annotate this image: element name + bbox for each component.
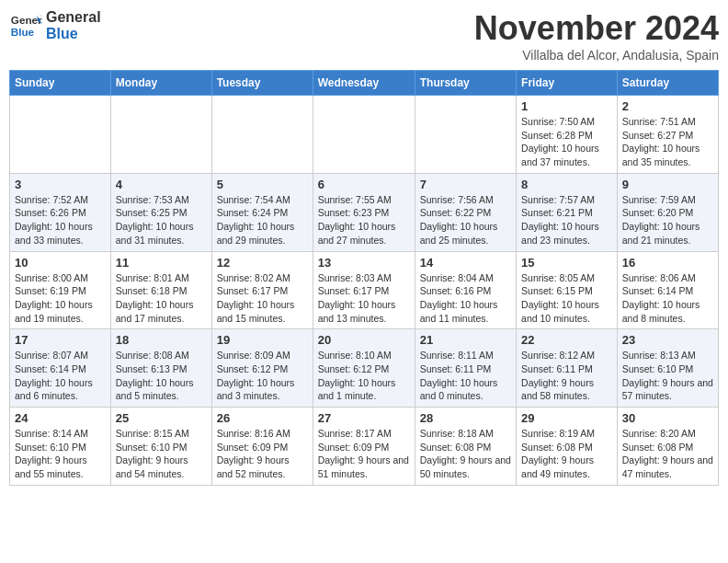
- calendar-cell: 1Sunrise: 7:50 AM Sunset: 6:28 PM Daylig…: [517, 96, 618, 174]
- logo-icon: General Blue: [9, 9, 42, 42]
- calendar-header-row: SundayMondayTuesdayWednesdayThursdayFrid…: [10, 71, 719, 96]
- calendar-cell: 24Sunrise: 8:14 AM Sunset: 6:10 PM Dayli…: [10, 408, 111, 486]
- calendar-cell: 26Sunrise: 8:16 AM Sunset: 6:09 PM Dayli…: [211, 408, 313, 486]
- calendar-cell: 29Sunrise: 8:19 AM Sunset: 6:08 PM Dayli…: [517, 408, 618, 486]
- day-number: 10: [15, 256, 106, 270]
- day-info: Sunrise: 8:20 AM Sunset: 6:08 PM Dayligh…: [622, 427, 713, 481]
- day-info: Sunrise: 8:05 AM Sunset: 6:15 PM Dayligh…: [521, 271, 612, 326]
- day-number: 27: [318, 411, 410, 425]
- header-tuesday: Tuesday: [211, 71, 313, 96]
- day-info: Sunrise: 8:12 AM Sunset: 6:11 PM Dayligh…: [521, 349, 612, 403]
- day-info: Sunrise: 8:00 AM Sunset: 6:19 PM Dayligh…: [15, 271, 106, 326]
- page-header: General Blue General Blue November 2024 …: [9, 9, 719, 63]
- day-number: 2: [622, 99, 713, 113]
- calendar-cell: 7Sunrise: 7:56 AM Sunset: 6:22 PM Daylig…: [415, 173, 516, 251]
- day-number: 25: [116, 411, 207, 425]
- day-info: Sunrise: 7:50 AM Sunset: 6:28 PM Dayligh…: [521, 115, 612, 169]
- day-number: 8: [521, 178, 612, 191]
- day-number: 20: [318, 333, 410, 347]
- day-info: Sunrise: 8:01 AM Sunset: 6:18 PM Dayligh…: [116, 271, 207, 326]
- calendar-cell: 4Sunrise: 7:53 AM Sunset: 6:25 PM Daylig…: [110, 173, 211, 251]
- calendar-cell: 23Sunrise: 8:13 AM Sunset: 6:10 PM Dayli…: [617, 329, 718, 408]
- day-info: Sunrise: 8:03 AM Sunset: 6:17 PM Dayligh…: [318, 271, 410, 326]
- day-info: Sunrise: 8:14 AM Sunset: 6:10 PM Dayligh…: [15, 427, 106, 481]
- day-number: 22: [521, 333, 612, 347]
- day-number: 13: [318, 256, 410, 270]
- calendar-cell: 25Sunrise: 8:15 AM Sunset: 6:10 PM Dayli…: [110, 408, 211, 486]
- day-info: Sunrise: 7:55 AM Sunset: 6:23 PM Dayligh…: [318, 193, 410, 247]
- day-number: 7: [420, 178, 511, 191]
- header-thursday: Thursday: [415, 71, 516, 96]
- day-info: Sunrise: 8:06 AM Sunset: 6:14 PM Dayligh…: [622, 271, 713, 326]
- day-number: 29: [521, 411, 612, 425]
- day-number: 15: [521, 256, 612, 270]
- calendar-cell: 12Sunrise: 8:02 AM Sunset: 6:17 PM Dayli…: [211, 251, 313, 329]
- day-info: Sunrise: 7:52 AM Sunset: 6:26 PM Dayligh…: [15, 193, 106, 247]
- header-monday: Monday: [110, 71, 211, 96]
- day-number: 6: [318, 178, 410, 191]
- day-number: 24: [15, 411, 106, 425]
- logo-general: General: [46, 9, 101, 26]
- day-number: 26: [217, 411, 308, 425]
- calendar-cell: 16Sunrise: 8:06 AM Sunset: 6:14 PM Dayli…: [617, 251, 718, 329]
- day-number: 5: [217, 178, 308, 191]
- day-info: Sunrise: 7:51 AM Sunset: 6:27 PM Dayligh…: [622, 115, 713, 169]
- day-info: Sunrise: 8:02 AM Sunset: 6:17 PM Dayligh…: [217, 271, 308, 326]
- calendar-cell: [10, 96, 111, 174]
- calendar-cell: 17Sunrise: 8:07 AM Sunset: 6:14 PM Dayli…: [10, 329, 111, 408]
- week-row-1: 1Sunrise: 7:50 AM Sunset: 6:28 PM Daylig…: [10, 96, 719, 174]
- week-row-5: 24Sunrise: 8:14 AM Sunset: 6:10 PM Dayli…: [10, 408, 719, 486]
- day-info: Sunrise: 8:10 AM Sunset: 6:12 PM Dayligh…: [318, 349, 410, 403]
- calendar-cell: 28Sunrise: 8:18 AM Sunset: 6:08 PM Dayli…: [415, 408, 516, 486]
- calendar-cell: 20Sunrise: 8:10 AM Sunset: 6:12 PM Dayli…: [313, 329, 415, 408]
- calendar-table: SundayMondayTuesdayWednesdayThursdayFrid…: [9, 70, 719, 486]
- day-info: Sunrise: 7:56 AM Sunset: 6:22 PM Dayligh…: [420, 193, 511, 247]
- day-number: 14: [420, 256, 511, 270]
- header-saturday: Saturday: [617, 71, 718, 96]
- header-friday: Friday: [517, 71, 618, 96]
- calendar-cell: 11Sunrise: 8:01 AM Sunset: 6:18 PM Dayli…: [110, 251, 211, 329]
- calendar-cell: 8Sunrise: 7:57 AM Sunset: 6:21 PM Daylig…: [517, 173, 618, 251]
- day-number: 11: [116, 256, 207, 270]
- calendar-cell: 2Sunrise: 7:51 AM Sunset: 6:27 PM Daylig…: [617, 96, 718, 174]
- day-number: 4: [116, 178, 207, 191]
- title-block: November 2024 Villalba del Alcor, Andalu…: [474, 9, 719, 63]
- week-row-3: 10Sunrise: 8:00 AM Sunset: 6:19 PM Dayli…: [10, 251, 719, 329]
- day-info: Sunrise: 7:59 AM Sunset: 6:20 PM Dayligh…: [622, 193, 713, 247]
- calendar-cell: 9Sunrise: 7:59 AM Sunset: 6:20 PM Daylig…: [617, 173, 718, 251]
- day-info: Sunrise: 8:11 AM Sunset: 6:11 PM Dayligh…: [420, 349, 511, 403]
- calendar-cell: [110, 96, 211, 174]
- day-info: Sunrise: 8:13 AM Sunset: 6:10 PM Dayligh…: [622, 349, 713, 403]
- day-number: 12: [217, 256, 308, 270]
- day-info: Sunrise: 8:04 AM Sunset: 6:16 PM Dayligh…: [420, 271, 511, 326]
- calendar-cell: [415, 96, 516, 174]
- calendar-cell: [211, 96, 313, 174]
- day-number: 21: [420, 333, 511, 347]
- day-info: Sunrise: 8:16 AM Sunset: 6:09 PM Dayligh…: [217, 427, 308, 481]
- week-row-4: 17Sunrise: 8:07 AM Sunset: 6:14 PM Dayli…: [10, 329, 719, 408]
- day-info: Sunrise: 7:57 AM Sunset: 6:21 PM Dayligh…: [521, 193, 612, 247]
- day-number: 23: [622, 333, 713, 347]
- day-number: 19: [217, 333, 308, 347]
- day-number: 1: [521, 99, 612, 113]
- day-number: 9: [622, 178, 713, 191]
- week-row-2: 3Sunrise: 7:52 AM Sunset: 6:26 PM Daylig…: [10, 173, 719, 251]
- day-info: Sunrise: 8:19 AM Sunset: 6:08 PM Dayligh…: [521, 427, 612, 481]
- header-wednesday: Wednesday: [313, 71, 415, 96]
- day-info: Sunrise: 8:15 AM Sunset: 6:10 PM Dayligh…: [116, 427, 207, 481]
- svg-text:Blue: Blue: [11, 26, 35, 38]
- calendar-cell: 27Sunrise: 8:17 AM Sunset: 6:09 PM Dayli…: [313, 408, 415, 486]
- day-number: 3: [15, 178, 106, 191]
- calendar-cell: 22Sunrise: 8:12 AM Sunset: 6:11 PM Dayli…: [517, 329, 618, 408]
- day-info: Sunrise: 8:09 AM Sunset: 6:12 PM Dayligh…: [217, 349, 308, 403]
- calendar-cell: 3Sunrise: 7:52 AM Sunset: 6:26 PM Daylig…: [10, 173, 111, 251]
- location: Villalba del Alcor, Andalusia, Spain: [474, 48, 719, 63]
- day-info: Sunrise: 7:54 AM Sunset: 6:24 PM Dayligh…: [217, 193, 308, 247]
- calendar-cell: 6Sunrise: 7:55 AM Sunset: 6:23 PM Daylig…: [313, 173, 415, 251]
- header-sunday: Sunday: [10, 71, 111, 96]
- calendar-cell: 14Sunrise: 8:04 AM Sunset: 6:16 PM Dayli…: [415, 251, 516, 329]
- calendar-cell: 10Sunrise: 8:00 AM Sunset: 6:19 PM Dayli…: [10, 251, 111, 329]
- calendar-cell: 30Sunrise: 8:20 AM Sunset: 6:08 PM Dayli…: [617, 408, 718, 486]
- day-number: 30: [622, 411, 713, 425]
- logo: General Blue General Blue: [9, 9, 101, 42]
